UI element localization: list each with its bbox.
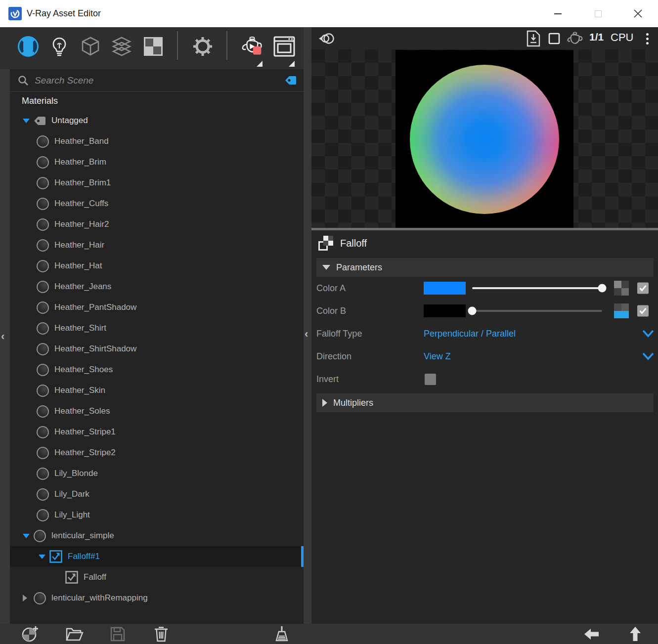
- tree-item[interactable]: Heather_Stripe2: [10, 442, 304, 463]
- tree-item[interactable]: lenticular_simple: [10, 525, 304, 546]
- chevron-down-icon[interactable]: [642, 330, 654, 338]
- tree-item[interactable]: Heather_Stripe1: [10, 422, 304, 442]
- expand-triangle-icon[interactable]: [23, 119, 30, 123]
- tree-item[interactable]: Heather_Shoes: [10, 359, 304, 380]
- tree-item[interactable]: Falloff: [10, 567, 304, 588]
- settings-button[interactable]: [191, 35, 214, 67]
- detach-preview-icon[interactable]: [316, 29, 335, 48]
- color-a-slider[interactable]: [472, 287, 602, 289]
- material-sphere-icon: [37, 301, 49, 314]
- tree-item[interactable]: Heather_Band: [10, 131, 304, 152]
- tree-item[interactable]: Falloff#1: [10, 546, 304, 567]
- teapot-icon[interactable]: [566, 29, 584, 48]
- tab-layers[interactable]: [110, 35, 133, 67]
- tab-geometry[interactable]: [79, 35, 102, 67]
- invert-row: Invert: [311, 368, 658, 390]
- engine-selector[interactable]: CPU: [611, 31, 633, 44]
- render-progress[interactable]: 1/1: [589, 31, 604, 43]
- tree-item[interactable]: Heather_Shirt: [10, 318, 304, 339]
- left-collapse-strip[interactable]: ‹: [0, 69, 10, 624]
- expand-triangle-icon[interactable]: [23, 534, 30, 538]
- kebab-menu-icon[interactable]: [638, 29, 657, 48]
- multipliers-section-header[interactable]: Multipliers: [316, 393, 654, 412]
- tree-item-label: Heather_Hair2: [54, 219, 109, 229]
- preview-canvas: [395, 50, 573, 228]
- purge-button[interactable]: [271, 625, 293, 644]
- material-sphere-icon: [34, 592, 46, 604]
- color-b-texture-slot[interactable]: [614, 303, 629, 318]
- frame-buffer-dropdown-icon[interactable]: [289, 61, 295, 67]
- frame-buffer-button[interactable]: [273, 35, 296, 67]
- up-button[interactable]: [624, 625, 646, 644]
- search-input[interactable]: [34, 75, 304, 86]
- save-file-button[interactable]: [107, 625, 129, 644]
- stop-icon[interactable]: [545, 29, 564, 48]
- tree-item[interactable]: Heather_Hair: [10, 235, 304, 256]
- tree-item-label: Heather_Band: [54, 136, 109, 146]
- chevron-left-icon[interactable]: ‹: [1, 330, 4, 343]
- tree-item[interactable]: Untagged: [10, 110, 304, 131]
- minimize-button[interactable]: [538, 0, 578, 27]
- tree-item[interactable]: Lily_Light: [10, 505, 304, 525]
- tree-item-label: Heather_Skin: [54, 386, 105, 395]
- color-b-checkbox[interactable]: [637, 305, 649, 317]
- tree-item[interactable]: Heather_Jeans: [10, 276, 304, 297]
- add-asset-icon: [22, 626, 40, 643]
- add-asset-button[interactable]: [20, 625, 42, 644]
- color-a-label: Color A: [316, 283, 424, 294]
- tree-item-label: Lily_Dark: [54, 489, 89, 499]
- tree-item[interactable]: Heather_Skin: [10, 380, 304, 401]
- chevron-left-icon[interactable]: ‹: [305, 328, 308, 341]
- tree-item-label: lenticular_simple: [51, 531, 114, 541]
- chevron-down-icon[interactable]: [642, 352, 654, 360]
- material-sphere-icon: [37, 177, 49, 189]
- materials-section-title: Materials: [10, 92, 304, 110]
- maximize-button[interactable]: [578, 0, 618, 27]
- close-button[interactable]: [618, 0, 658, 27]
- material-sphere-icon: [37, 364, 49, 376]
- tree-item[interactable]: Heather_Brim1: [10, 172, 304, 193]
- trash-icon: [154, 626, 168, 642]
- tree-item-label: Heather_ShirtShadow: [54, 344, 136, 354]
- settings-icon: [191, 35, 214, 58]
- tab-textures[interactable]: [142, 35, 165, 67]
- tree-item[interactable]: Heather_ShirtShadow: [10, 339, 304, 359]
- save-preview-icon[interactable]: [524, 29, 543, 48]
- expand-triangle-icon[interactable]: [39, 555, 45, 559]
- color-a-swatch[interactable]: [424, 282, 466, 295]
- asset-detail-panel: 1/1 CPU Falloff Parameters Color A: [311, 27, 658, 624]
- color-b-swatch[interactable]: [424, 304, 466, 317]
- tree-item[interactable]: Heather_Hair2: [10, 214, 304, 235]
- panel-splitter[interactable]: ‹: [304, 27, 311, 624]
- color-b-slider[interactable]: [472, 310, 602, 312]
- color-a-checkbox[interactable]: [637, 283, 649, 294]
- open-file-button[interactable]: [64, 625, 86, 644]
- tree-item[interactable]: Heather_Cuffs: [10, 193, 304, 214]
- back-button[interactable]: [581, 625, 603, 644]
- render-button[interactable]: [241, 35, 263, 67]
- invert-checkbox[interactable]: [425, 374, 436, 385]
- color-a-slider-knob[interactable]: [598, 284, 607, 293]
- delete-asset-button[interactable]: [150, 625, 172, 644]
- tree-item[interactable]: Heather_Hat: [10, 256, 304, 276]
- tab-materials[interactable]: [17, 35, 40, 67]
- tree-item[interactable]: Heather_Soles: [10, 401, 304, 422]
- tree-item[interactable]: Heather_PantShadow: [10, 297, 304, 318]
- tree-item[interactable]: lenticular_withRemapping: [10, 588, 304, 608]
- tree-item-label: Heather_Brim: [54, 157, 106, 167]
- tab-lights[interactable]: [48, 35, 71, 67]
- falloff-type-value[interactable]: Perpendicular / Parallel: [424, 329, 516, 339]
- material-sphere-icon: [37, 239, 49, 252]
- color-a-texture-slot[interactable]: [614, 281, 629, 296]
- render-dropdown-icon[interactable]: [257, 61, 263, 67]
- tree-item[interactable]: Lily_Blonde: [10, 463, 304, 484]
- purge-broom-icon: [274, 626, 289, 643]
- direction-value[interactable]: View Z: [424, 351, 451, 362]
- tree-item[interactable]: Lily_Dark: [10, 484, 304, 505]
- tree-item[interactable]: Heather_Brim: [10, 152, 304, 172]
- falloff-texture-icon: [318, 236, 333, 251]
- color-b-slider-knob[interactable]: [468, 307, 477, 315]
- tag-filter-icon[interactable]: [285, 76, 297, 85]
- collapse-triangle-icon[interactable]: [23, 595, 27, 601]
- parameters-section-header[interactable]: Parameters: [316, 258, 654, 277]
